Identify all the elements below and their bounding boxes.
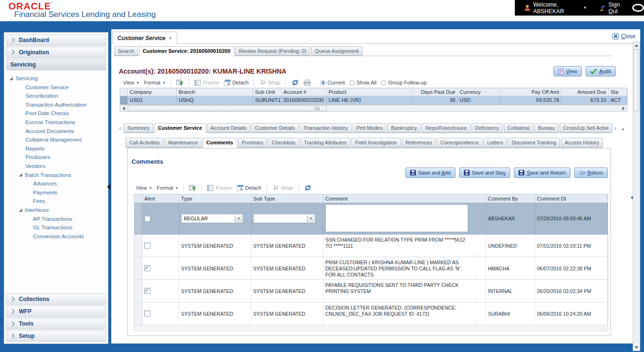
vscroll-thumb[interactable] xyxy=(634,49,640,111)
sidebar-section-origination[interactable]: Origination xyxy=(6,47,106,58)
tab-maintenance[interactable]: Maintenance xyxy=(165,138,202,147)
col-status[interactable]: Sta xyxy=(609,88,627,96)
tab-repo-foreclosure[interactable]: Repo/Foreclosure xyxy=(421,123,470,133)
tab-queue-assignment[interactable]: Queue Assignment xyxy=(311,46,363,56)
tab-collateral[interactable]: Collateral xyxy=(504,123,533,133)
view-menu[interactable]: View▼ xyxy=(123,80,140,85)
save-and-add-button[interactable]: Save and Add xyxy=(405,168,455,178)
collapse-icon[interactable] xyxy=(19,209,22,212)
collapse-icon[interactable] xyxy=(9,77,13,80)
tabs-overflow-icon[interactable]: ▼ xyxy=(619,127,627,133)
detach-button[interactable]: Detach xyxy=(224,80,249,86)
tree-item-ap-transactions[interactable]: AP Transactions xyxy=(6,215,107,224)
tab-references[interactable]: References xyxy=(402,138,436,147)
view-button[interactable]: View xyxy=(553,66,582,76)
alert-checkbox[interactable] xyxy=(144,310,150,317)
refresh-button[interactable] xyxy=(304,184,312,191)
col-comment[interactable]: Comment xyxy=(323,194,486,203)
tab-review-request[interactable]: Review Request (Pending: 0) xyxy=(235,46,310,56)
row-handle[interactable] xyxy=(134,203,142,235)
tab-letters[interactable]: Letters xyxy=(484,138,507,147)
sidebar-section-tools[interactable]: Tools xyxy=(6,318,106,329)
view-menu[interactable]: View▼ xyxy=(136,185,152,191)
user-menu[interactable]: Welcome, ABSHEKAR ▼ xyxy=(524,1,587,15)
sidebar-section-servicing[interactable]: Servicing xyxy=(6,59,106,70)
format-menu[interactable]: Format▼ xyxy=(157,185,179,191)
query-by-example-button[interactable] xyxy=(189,184,196,191)
close-button[interactable]: Close xyxy=(612,33,636,40)
row-handle[interactable] xyxy=(134,257,142,280)
tab-field-investigation[interactable]: Field Investigation xyxy=(351,138,401,147)
sidebar-section-dashboard[interactable]: DashBoard xyxy=(6,34,106,46)
alert-checkbox[interactable] xyxy=(144,243,150,249)
account-table-hscrollbar[interactable] xyxy=(120,105,627,112)
tab-promises[interactable]: Promises xyxy=(238,138,267,147)
comment-edit-row[interactable]: REGULAR▼ ▼ ⋰ ABSHEKAR 07/26/2016 09:58:4… xyxy=(134,203,608,235)
tab-bureau[interactable]: Bureau xyxy=(534,123,558,133)
detach-button[interactable]: Detach xyxy=(237,185,262,191)
refresh-button[interactable] xyxy=(291,79,299,86)
return-button[interactable]: Return xyxy=(574,168,608,178)
col-sub-unit[interactable]: Sub Unit xyxy=(253,88,281,96)
query-by-example-button[interactable] xyxy=(176,79,183,86)
alert-checkbox[interactable] xyxy=(144,288,150,294)
main-vscrollbar[interactable] xyxy=(633,42,640,351)
comment-row[interactable]: SYSTEM GENERATED SYSTEM GENERATED PRIM C… xyxy=(134,257,608,280)
tab-access-history[interactable]: Access History xyxy=(561,138,603,147)
tab-cross-up-sell[interactable]: Cross/Up Sell Activi xyxy=(560,123,612,133)
col-comment-dt[interactable]: Comment Dt xyxy=(535,194,608,203)
col-amount-due[interactable]: Amount Due xyxy=(561,88,609,96)
tree-item-post-date-checks[interactable]: Post Date Checks xyxy=(6,109,107,118)
tree-item-reports[interactable]: Reports xyxy=(6,144,107,153)
tab-comments[interactable]: Comments xyxy=(203,138,237,148)
workspace-tab-customer-service[interactable]: Customer Service × xyxy=(112,32,177,44)
scroll-up-arrow[interactable] xyxy=(633,42,640,49)
alert-checkbox[interactable] xyxy=(144,265,150,271)
scroll-right-arrow[interactable] xyxy=(620,105,627,111)
dropdown-arrow-icon[interactable]: ▼ xyxy=(307,215,314,222)
sub-type-select[interactable]: ▼ xyxy=(253,214,315,223)
tree-item-fees[interactable]: Fees xyxy=(6,197,107,206)
tree-item-payments[interactable]: Payments xyxy=(6,188,107,197)
col-sub-type[interactable]: Sub Type xyxy=(251,194,323,203)
radio-current[interactable]: Current xyxy=(321,80,345,85)
tab-correspondence[interactable]: Correspondence xyxy=(437,138,482,147)
workspace-tab-close-icon[interactable]: × xyxy=(169,35,172,42)
tab-customer-service-account[interactable]: Customer Service: 20160500010200 xyxy=(139,46,234,56)
tree-item-securitization[interactable]: Securitization xyxy=(6,92,107,101)
sidebar-section-wfp[interactable]: WFP xyxy=(6,306,106,317)
tab-tracking-attributes[interactable]: Tracking Attributes xyxy=(300,138,351,147)
sidebar-collapse-handle[interactable] xyxy=(107,184,110,190)
radio-group-follow-up[interactable]: Group Follow-up xyxy=(381,80,426,85)
radio-show-all[interactable]: Show All xyxy=(349,80,376,85)
save-and-stay-button[interactable]: Save and Stay xyxy=(459,168,511,178)
tab-checklists[interactable]: Checklists xyxy=(268,138,299,147)
tab-bankruptcy[interactable]: Bankruptcy xyxy=(387,123,421,133)
tab-transaction-history[interactable]: Transaction History xyxy=(299,123,351,133)
tree-node-servicing[interactable]: Servicing xyxy=(6,74,107,83)
collapse-icon[interactable] xyxy=(19,173,22,176)
tab-account-details[interactable]: Account Details xyxy=(207,123,250,133)
type-select[interactable]: REGULAR▼ xyxy=(181,214,243,223)
format-menu[interactable]: Format▼ xyxy=(144,80,166,85)
col-type[interactable]: Type xyxy=(179,194,251,203)
col-currency[interactable]: Currency xyxy=(458,88,500,96)
dropdown-arrow-icon[interactable]: ▼ xyxy=(235,215,242,222)
scroll-down-arrow[interactable] xyxy=(633,344,640,351)
col-alert[interactable]: Alert xyxy=(142,194,179,203)
tree-item-escrow-transactions[interactable]: Escrow Transactions xyxy=(6,118,107,127)
tree-item-conversion-accounts[interactable]: Conversion Accounts xyxy=(6,232,107,241)
col-company[interactable]: Company xyxy=(128,88,177,96)
col-account-number[interactable]: Account # xyxy=(281,88,327,96)
sidebar-section-collections[interactable]: Collections xyxy=(6,293,106,305)
account-table-row[interactable]: US01 USHQ SUBUNIT1 20160500010200 LINE H… xyxy=(120,96,627,104)
row-handle[interactable] xyxy=(134,302,142,325)
tree-item-account-documents[interactable]: Account Documents xyxy=(6,127,107,136)
col-branch[interactable]: Branch xyxy=(177,88,253,96)
audit-button[interactable]: Audit xyxy=(586,66,616,76)
tree-item-customer-service[interactable]: Customer Service xyxy=(6,83,107,92)
row-handle[interactable] xyxy=(134,235,142,257)
alert-checkbox[interactable] xyxy=(144,216,150,222)
tab-document-tracking[interactable]: Document Tracking xyxy=(508,138,560,147)
tree-item-transaction-authorization[interactable]: Transaction Authorization xyxy=(6,101,107,109)
